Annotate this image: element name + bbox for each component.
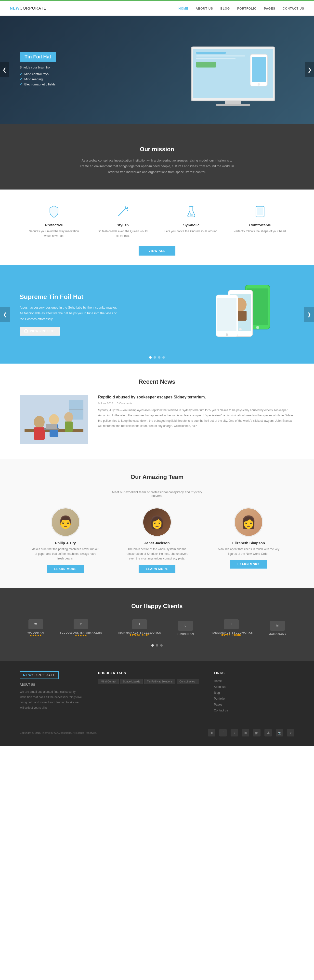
team-desc-0: Makes sure that the printing machines ne… <box>31 547 100 561</box>
google+-icon[interactable]: g+ <box>253 729 260 737</box>
instagram-icon[interactable]: 📷 <box>276 729 283 737</box>
clients-dot-2[interactable] <box>160 644 163 647</box>
learn-more-button-2[interactable]: Learn More <box>230 560 267 568</box>
news-comments: 0 Comments <box>117 402 132 405</box>
portfolio-dot-1[interactable] <box>154 356 156 359</box>
portfolio-title: Supreme Tin Foil Hat <box>20 293 118 301</box>
footer-grid: NEWCORPORATE ABOUT US We are small but t… <box>20 671 294 714</box>
footer-link-blog[interactable]: Blog <box>214 691 220 695</box>
clients-dot-1[interactable] <box>156 644 158 647</box>
footer-tag[interactable]: Tin Foil Hat Solutions <box>144 679 175 684</box>
nav-link-portfolio[interactable]: PORTFOLIO <box>237 7 257 10</box>
nav-link-blog[interactable]: BLOG <box>220 7 230 10</box>
svg-point-33 <box>226 333 228 336</box>
portfolio-dots <box>149 356 165 359</box>
view-project-button[interactable]: VIEW PROJECT <box>20 327 60 336</box>
footer: NEWCORPORATE ABOUT US We are small but t… <box>0 661 314 746</box>
linkedin-icon[interactable]: in <box>242 729 249 737</box>
portfolio-content: Supreme Tin Foil Hat A posh accessory de… <box>20 293 118 336</box>
client-logo-5: M Mahogany <box>269 621 287 636</box>
view-all-button[interactable]: View All <box>139 246 175 256</box>
svg-rect-16 <box>189 207 193 207</box>
footer-tag[interactable]: Conspiracies ! <box>177 679 199 684</box>
svg-rect-3 <box>196 52 226 54</box>
portfolio-desc: A posh accessory designed in the Soho la… <box>20 305 118 322</box>
nav-link-about-us[interactable]: ABOUT US <box>196 7 213 10</box>
footer-link-portfolio[interactable]: Portfolio <box>214 697 225 700</box>
learn-more-button-0[interactable]: Learn More <box>47 565 84 573</box>
mission-text: As a global conspiracy investigation ins… <box>78 158 236 175</box>
feature-protective: Protective Secures your mind the way med… <box>27 204 81 239</box>
navbar: NEWCORPORATE HOMEABOUT USBLOGPORTFOLIOPA… <box>0 1 314 16</box>
footer-link-about-us[interactable]: About us <box>214 685 225 689</box>
footer-about-title: ABOUT US <box>20 683 83 686</box>
hero-prev-button[interactable]: ❮ <box>0 62 9 77</box>
client-stars-0: ★★★★★ <box>27 634 44 637</box>
facebook-icon[interactable]: f <box>219 729 227 737</box>
footer-link-home[interactable]: Home <box>214 679 222 683</box>
footer-about: NEWCORPORATE ABOUT US We are small but t… <box>20 671 83 714</box>
news-grid: Reptiloid abused by zookeeper escapes Si… <box>20 395 294 444</box>
twitter-icon[interactable]: t <box>231 729 238 737</box>
features-section: Protective Secures your mind the way med… <box>0 189 314 265</box>
feature-desc-comfortable: Perfectly follows the shape of your head… <box>233 229 287 234</box>
client-name-2: Ironmonkey Steelworks <box>118 631 161 634</box>
feature-stylish: Stylish So fashionable even the Queen wo… <box>96 204 150 239</box>
avatar-placeholder-0: 👨 <box>52 508 79 536</box>
footer-tag[interactable]: Space Lizards <box>120 679 143 684</box>
feature-title-comfortable: Comfortable <box>233 223 287 227</box>
portfolio-dot-0[interactable] <box>149 356 152 359</box>
svg-rect-4 <box>196 56 245 56</box>
hero-content: Tin Foil Hat Shields your brain from: Mi… <box>0 37 76 102</box>
client-logo-icon-1: Y <box>74 619 88 629</box>
nav-links: HOMEABOUT USBLOGPORTFOLIOPAGESCONTACT US <box>179 6 304 10</box>
feature-desc-protective: Secures your mind the way meditation wou… <box>27 229 81 239</box>
hero-monitor-svg <box>172 40 299 123</box>
nav-link-pages[interactable]: PAGES <box>264 7 275 10</box>
vimeo-icon[interactable]: v <box>287 729 294 737</box>
news-meta: 9 June 2016 0 Comments <box>98 402 294 405</box>
hero-badge: Tin Foil Hat <box>20 52 56 62</box>
learn-more-button-1[interactable]: Learn More <box>139 565 176 573</box>
mission-section: Our mission As a global conspiracy inves… <box>0 131 314 189</box>
team-member-0: 👨 Philip J. Fry Makes sure that the prin… <box>31 508 100 573</box>
footer-link-pages[interactable]: Pages <box>214 703 222 706</box>
svg-rect-44 <box>46 424 57 429</box>
footer-tag[interactable]: Mind Control <box>98 679 119 684</box>
team-avatar-0: 👨 <box>51 508 80 537</box>
portfolio-dot-2[interactable] <box>158 356 160 359</box>
client-logo-icon-4: I <box>224 619 239 629</box>
svg-point-39 <box>34 416 44 428</box>
news-text: Sydney, July 29 — An unemployed alien re… <box>98 408 294 429</box>
nav-link-contact-us[interactable]: CONTACT US <box>282 7 304 10</box>
svg-rect-46 <box>65 422 73 432</box>
portfolio-prev-button[interactable]: ❮ <box>0 307 10 322</box>
triangle-separator <box>147 124 167 131</box>
nav-link-home[interactable]: HOME <box>179 7 189 11</box>
client-name-1: YellowOak Barrmakers <box>60 631 102 634</box>
rss-icon[interactable]: ◉ <box>208 729 216 737</box>
team-avatar-1: 👩 <box>142 508 172 537</box>
svg-rect-6 <box>196 62 216 67</box>
svg-point-30 <box>239 328 242 331</box>
svg-point-24 <box>256 326 259 329</box>
footer-links: HomeAbout usBlogPortfolioPagesContact us <box>214 679 228 712</box>
client-logo-1: Y YellowOak Barrmakers ★★★★★ <box>60 619 102 637</box>
portfolio-dot-3[interactable] <box>162 356 165 359</box>
avatar-placeholder-2: 👩 <box>235 508 262 536</box>
hero-list-item: Mind reading <box>20 77 56 81</box>
client-name-5: Mahogany <box>269 633 287 636</box>
feature-desc-stylish: So fashionable even the Queen would kill… <box>96 229 150 239</box>
footer-bottom: Copyright © 2015 Theme by ADG solutions.… <box>20 724 294 737</box>
footer-link-contact-us[interactable]: Contact us <box>214 709 228 712</box>
feature-title-symbolic: Symbolic <box>164 223 218 227</box>
clients-dot-0[interactable] <box>151 644 154 647</box>
hero-section: ❮ Tin Foil Hat Shields your brain from: … <box>0 16 314 124</box>
team-member-2: 👩 Elizabeth Simpson A double agent that … <box>214 508 283 573</box>
portfolio-next-button[interactable]: ❯ <box>304 307 314 322</box>
svg-point-21 <box>260 216 260 216</box>
hero-next-button[interactable]: ❯ <box>305 62 314 77</box>
clients-dots <box>20 644 294 647</box>
svg-point-17 <box>190 214 193 216</box>
vk-icon[interactable]: vk <box>265 729 272 737</box>
